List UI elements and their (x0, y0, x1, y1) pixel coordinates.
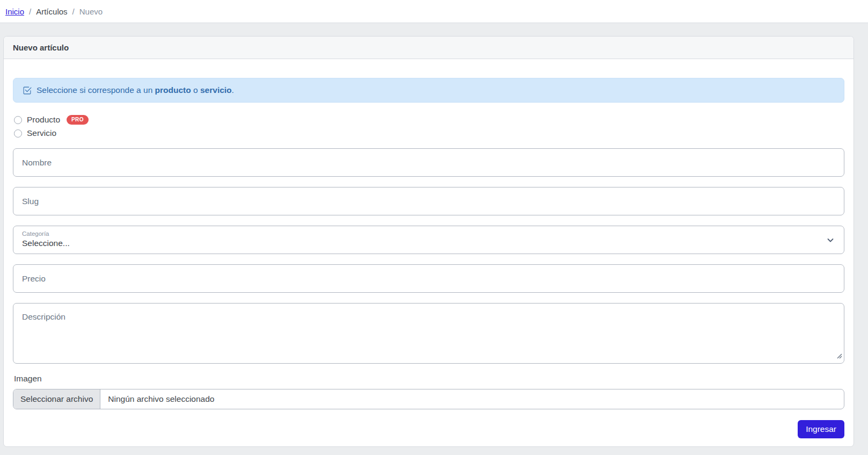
radio-producto[interactable] (14, 116, 22, 124)
field-precio (13, 264, 844, 293)
page-content: Nuevo artículo Seleccione si corresponde… (0, 23, 868, 447)
breadcrumb: Inicio / Artículos / Nuevo (5, 7, 103, 16)
descripcion-textarea[interactable] (13, 303, 844, 364)
field-slug (13, 187, 844, 215)
radio-row-producto: Producto PRO (14, 115, 844, 125)
new-article-form: Seleccione si corresponde a un producto … (4, 59, 854, 446)
breadcrumb-separator: / (72, 7, 75, 16)
radio-servicio-label[interactable]: Servicio (27, 128, 56, 138)
slug-input[interactable] (13, 187, 844, 215)
nombre-input[interactable] (13, 148, 844, 177)
form-actions: Ingresar (13, 420, 844, 438)
imagen-file-input[interactable]: Seleccionar archivo Ningún archivo selec… (13, 389, 844, 409)
radio-row-servicio: Servicio (14, 128, 844, 138)
info-alert: Seleccione si corresponde a un producto … (13, 78, 844, 103)
radio-servicio[interactable] (14, 129, 22, 138)
new-article-card: Nuevo artículo Seleccione si corresponde… (3, 36, 854, 447)
precio-input[interactable] (13, 264, 844, 293)
field-descripcion (13, 303, 844, 364)
file-choose-button[interactable]: Seleccionar archivo (13, 389, 100, 409)
submit-button[interactable]: Ingresar (798, 420, 844, 438)
check-square-icon (23, 86, 32, 95)
card-title: Nuevo artículo (4, 37, 854, 59)
breadcrumb-item-articulos[interactable]: Artículos (36, 7, 67, 16)
file-status-text: Ningún archivo seleccionado (100, 389, 222, 409)
chevron-down-icon (826, 236, 835, 244)
categoria-selected-value: Seleccione... (22, 239, 835, 248)
alert-text: Seleccione si corresponde a un producto … (37, 85, 234, 95)
categoria-label: Categoría (22, 230, 835, 238)
categoria-select[interactable]: Categoría Seleccione... (13, 226, 844, 254)
radio-producto-label[interactable]: Producto (27, 115, 60, 125)
imagen-label: Imagen (14, 374, 844, 384)
field-categoria: Categoría Seleccione... (13, 226, 844, 254)
field-nombre (13, 148, 844, 177)
breadcrumb-link-inicio[interactable]: Inicio (5, 7, 24, 16)
breadcrumb-item-nuevo: Nuevo (79, 7, 103, 16)
top-bar: Inicio / Artículos / Nuevo (0, 0, 868, 23)
breadcrumb-separator: / (29, 7, 31, 16)
pro-badge: PRO (67, 115, 89, 125)
